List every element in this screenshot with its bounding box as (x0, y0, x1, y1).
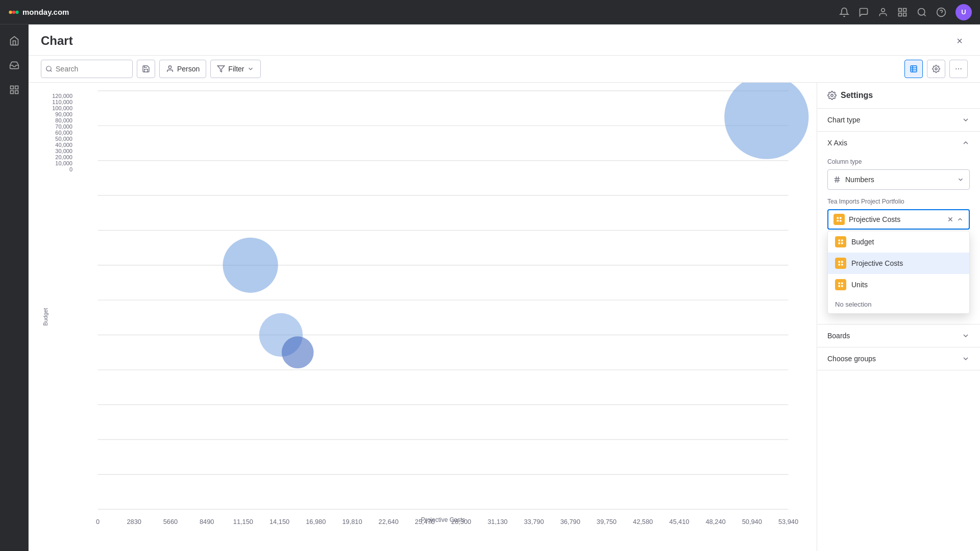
y-axis: 120,000 110,000 100,000 90,000 80,000 70… (41, 91, 77, 203)
no-selection-option[interactable]: No selection (828, 295, 969, 313)
choose-groups-chevron-icon (962, 355, 970, 363)
chat-icon[interactable] (859, 7, 869, 17)
column-type-select[interactable]: Numbers (827, 169, 970, 190)
y-label-90000: 90,000 (55, 111, 72, 117)
svg-rect-14 (15, 91, 18, 94)
x-label-7: 19,810 (342, 518, 362, 525)
dropdown-clear-button[interactable]: ✕ (947, 215, 953, 223)
topbar-icons: U (839, 4, 972, 20)
y-label-30000: 30,000 (55, 148, 72, 154)
svg-rect-51 (841, 240, 843, 242)
budget-item-icon (835, 236, 846, 247)
svg-rect-55 (841, 261, 843, 263)
svg-point-0 (9, 10, 12, 13)
svg-line-44 (836, 177, 836, 183)
field-dropdown-active[interactable]: Projective Costs ✕ (827, 209, 970, 230)
chart-type-section: Chart type (817, 109, 980, 132)
person-label: Person (177, 65, 200, 73)
x-axis-title: Projective Costs (82, 516, 804, 523)
dropdown-item-units[interactable]: Units (828, 274, 969, 295)
svg-point-3 (881, 8, 885, 12)
svg-rect-49 (840, 220, 842, 222)
bubble-large[interactable] (724, 83, 808, 159)
person-icon (166, 65, 174, 73)
boards-header[interactable]: Boards (817, 324, 980, 347)
chart-area: Budget 120,000 110,000 100,000 90,000 80… (29, 83, 817, 551)
person-button[interactable]: Person (159, 60, 206, 78)
filter-button[interactable]: Filter (210, 60, 261, 78)
settings-panel: Settings Chart type X Axis (817, 83, 980, 551)
svg-rect-50 (839, 240, 841, 242)
units-item-label: Units (851, 281, 868, 289)
x-label-4: 11,150 (233, 518, 253, 525)
svg-rect-6 (899, 13, 902, 16)
chart-type-header[interactable]: Chart type (817, 109, 980, 131)
y-label-60000: 60,000 (55, 130, 72, 136)
chart-type-chevron-icon (962, 116, 970, 124)
svg-rect-13 (15, 86, 18, 89)
table-view-button[interactable] (904, 60, 923, 78)
x-label-17: 48,240 (705, 518, 725, 525)
bubble-medium[interactable] (223, 238, 278, 293)
x-label-15: 42,580 (633, 518, 653, 525)
chart-body: 0 2830 5660 8490 11,150 14,150 16,980 19… (82, 91, 804, 543)
chart-modal: Chart × Person Filter (29, 24, 980, 551)
sidebar-inbox-icon[interactable] (4, 55, 24, 76)
user-icon[interactable] (878, 7, 888, 17)
notification-icon[interactable] (839, 7, 849, 17)
selected-field-icon (834, 214, 845, 225)
search-input[interactable] (56, 65, 128, 73)
y-label-20000: 20,000 (55, 154, 72, 160)
x-label-8: 22,640 (379, 518, 399, 525)
x-label-11: 31,130 (487, 518, 507, 525)
svg-rect-53 (841, 242, 843, 244)
y-axis-title: Budget (42, 308, 48, 326)
svg-rect-5 (903, 8, 906, 11)
board-label: Tea Imports Project Portfolio (827, 198, 970, 205)
svg-rect-59 (841, 283, 843, 285)
sidebar-workspace-icon[interactable] (4, 80, 24, 100)
y-label-10000: 10,000 (55, 160, 72, 166)
apps-icon[interactable] (897, 7, 908, 17)
y-label-120000: 120,000 (52, 93, 72, 99)
svg-rect-57 (841, 264, 843, 266)
svg-point-24 (935, 68, 937, 70)
modal-close-button[interactable]: × (951, 33, 968, 49)
help-icon[interactable] (936, 7, 946, 17)
dropdown-item-projective-costs[interactable]: Projective Costs (828, 253, 969, 274)
y-label-0: 0 (69, 166, 72, 172)
chart-svg: 0 2830 5660 8490 11,150 14,150 16,980 19… (82, 91, 804, 512)
settings-header: Settings (817, 83, 980, 109)
svg-line-45 (838, 177, 838, 183)
projective-costs-item-icon (835, 258, 846, 269)
save-view-button[interactable] (137, 60, 155, 78)
svg-rect-15 (10, 91, 13, 94)
settings-button[interactable] (927, 60, 945, 78)
more-options-button[interactable] (949, 60, 968, 78)
search-icon[interactable] (917, 7, 927, 17)
chart-settings-layout: Budget 120,000 110,000 100,000 90,000 80… (29, 83, 980, 551)
filter-icon (217, 65, 225, 73)
choose-groups-label: Choose groups (827, 355, 876, 363)
avatar[interactable]: U (955, 4, 972, 20)
svg-line-9 (924, 14, 926, 16)
svg-point-26 (958, 68, 959, 69)
filter-label: Filter (228, 65, 244, 73)
settings-gear-icon (827, 91, 837, 100)
svg-rect-7 (903, 13, 906, 16)
y-label-70000: 70,000 (55, 123, 72, 130)
sidebar-home-icon[interactable] (4, 31, 24, 51)
dropdown-item-budget[interactable]: Budget (828, 231, 969, 253)
bubble-small-2[interactable] (282, 336, 314, 368)
x-label-3: 8490 (200, 518, 214, 525)
toolbar: Person Filter (29, 56, 980, 83)
dropdown-controls: ✕ (947, 215, 964, 223)
choose-groups-header[interactable]: Choose groups (817, 347, 980, 370)
boards-chevron-icon (962, 332, 970, 340)
x-axis-header[interactable]: X Axis (817, 132, 980, 154)
app-name: monday.com (22, 8, 69, 16)
search-box[interactable] (41, 60, 133, 78)
x-label-2: 5660 (163, 518, 178, 525)
y-label-40000: 40,000 (55, 142, 72, 148)
boards-section: Boards (817, 324, 980, 347)
